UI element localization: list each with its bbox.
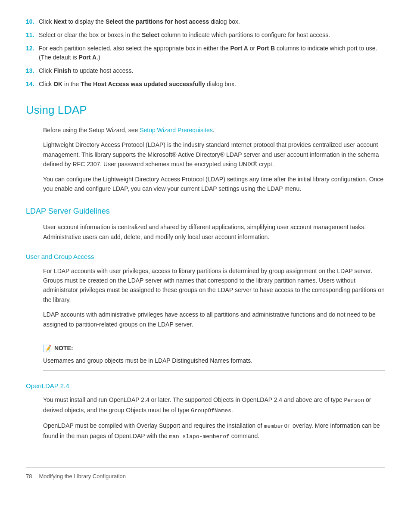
intro-before-link: Before using the Setup Wizard, see [43,127,140,134]
bold-host-access-dialog: The Host Access was updated successfully [81,81,205,87]
intro-after-link: . [213,127,215,134]
bold-ok: OK [53,81,62,87]
item-content-11: Select or clear the box or boxes in the … [39,31,385,40]
code-groupofnames: GroupOfNames [191,408,231,414]
item-number-12: 12. [26,44,39,62]
code-man-slapo: man slapo-memberof [169,433,229,440]
list-item-11: 11. Select or clear the box or boxes in … [26,31,385,40]
openldap-content: You must install and run OpenLDAP 2.4 or… [26,395,385,441]
note-text: Usernames and group objects must be in L… [43,356,385,365]
list-item-12: 12. For each partition selected, also se… [26,44,385,62]
intro-paragraph: Before using the Setup Wizard, see Setup… [43,125,385,135]
item-number-10: 10. [26,17,39,26]
bold-finish: Finish [53,67,71,74]
user-group-access-para-1: For LDAP accounts with user privileges, … [43,266,385,305]
list-item-13: 13. Click Finish to update host access. [26,66,385,75]
note-label-row: 📝 NOTE: [43,343,385,354]
setup-wizard-link[interactable]: Setup Wizard Prerequisites [140,127,213,134]
bold-next: Next [53,18,66,25]
footer-label: Modifying the Library Configuration [39,472,126,481]
item-number-11: 11. [26,31,39,40]
section-title-using-ldap: Using LDAP [26,102,385,118]
list-item-14: 14. Click OK in the The Host Access was … [26,80,385,89]
bold-dialog-name: Select the partitions for host access [106,18,209,25]
item-content-13: Click Finish to update host access. [39,66,385,75]
subsubsection-title-openldap: OpenLDAP 2.4 [26,381,385,391]
note-label-text: NOTE: [54,344,73,353]
section-content-using-ldap: Before using the Setup Wizard, see Setup… [26,125,385,193]
note-icon: 📝 [43,343,52,354]
user-group-access-content: For LDAP accounts with user privileges, … [26,266,385,371]
footer: 78 Modifying the Library Configuration [26,467,385,481]
user-group-access-para-2: LDAP accounts with administrative privil… [43,310,385,329]
numbered-list: 10. Click Next to display the Select the… [26,17,385,89]
ldap-intro-para-1: Lightweight Directory Access Protocol (L… [43,140,385,169]
ldap-server-guidelines-para: User account information is centralized … [43,222,385,242]
bold-select: Select [142,31,159,38]
bold-portb: Port B [257,45,275,52]
ldap-server-guidelines-content: User account information is centralized … [26,222,385,242]
code-memberof: memberOf [264,423,291,429]
subsubsection-title-user-group-access: User and Group Access [26,252,385,262]
item-number-14: 14. [26,80,39,89]
item-content-14: Click OK in the The Host Access was upda… [39,80,385,89]
ldap-intro-para-2: You can configure the Lightweight Direct… [43,174,385,194]
note-box: 📝 NOTE: Usernames and group objects must… [43,338,385,371]
bold-default-porta: Port A [79,54,97,61]
item-content-12: For each partition selected, also select… [39,44,385,62]
item-number-13: 13. [26,66,39,75]
footer-page-number: 78 [26,472,32,481]
openldap-para-1: You must install and run OpenLDAP 2.4 or… [43,395,385,416]
openldap-para-2: OpenLDAP must be compiled with Overlay S… [43,421,385,442]
code-person: Person [344,397,364,404]
item-content-10: Click Next to display the Select the par… [39,17,385,26]
bold-porta: Port A [230,45,248,52]
subsection-title-ldap-server-guidelines: LDAP Server Guidelines [26,205,385,217]
list-item-10: 10. Click Next to display the Select the… [26,17,385,26]
